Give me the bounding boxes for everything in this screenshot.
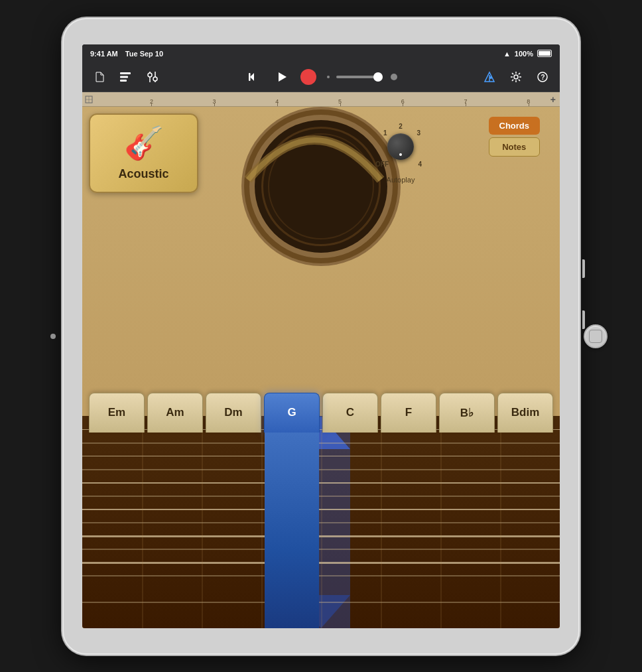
ruler-mark-3: 4 [245, 98, 308, 105]
volume-slider[interactable] [336, 76, 383, 78]
chords-button[interactable]: Chords [489, 117, 541, 135]
svg-point-15 [489, 76, 492, 79]
main-content: 🎸 Acoustic OFF [82, 107, 560, 628]
fret-divider-5 [381, 416, 382, 628]
chords-notes-toggle: Chords Notes [489, 117, 541, 157]
rewind-button[interactable] [243, 66, 265, 88]
record-button[interactable] [299, 68, 318, 86]
home-button-inner [589, 330, 602, 343]
fret-divider-3 [261, 416, 263, 628]
volume-min-icon [327, 76, 330, 78]
volume-up-button[interactable] [582, 259, 585, 278]
ruler-marks: 2 3 4 5 6 7 8 [100, 98, 560, 105]
chord-keys-row: Em Am Dm G C F B♭ Bdim [82, 393, 560, 433]
fret-divider-7 [500, 416, 501, 628]
ruler-mark-4: 5 [308, 98, 371, 105]
svg-rect-0 [120, 72, 131, 74]
soundhole-container [248, 120, 394, 253]
settings-button[interactable] [505, 66, 527, 88]
chord-key-dm[interactable]: Dm [206, 393, 261, 433]
autoplay-knob[interactable] [387, 133, 414, 160]
chord-key-am[interactable]: Am [147, 393, 203, 433]
pos-2-label: 2 [399, 123, 403, 130]
time-display: 9:41 AM [90, 50, 118, 58]
svg-rect-1 [120, 76, 128, 78]
pos-1-label: 1 [383, 129, 387, 137]
svg-marker-9 [250, 73, 254, 81]
volume-max-icon [389, 72, 399, 82]
chord-key-bb[interactable]: B♭ [439, 393, 495, 433]
svg-rect-2 [120, 80, 127, 82]
battery-percent: 100% [515, 50, 533, 58]
chord-key-em[interactable]: Em [89, 393, 145, 433]
svg-point-4 [153, 77, 157, 81]
metronome-button[interactable] [479, 66, 500, 88]
fret-divider-4 [321, 416, 322, 628]
ipad-screen: 9:41 AM Tue Sep 10 ▲ 100% [82, 44, 560, 628]
fret-divider-6 [440, 416, 442, 628]
ruler-mark-5: 6 [371, 98, 434, 105]
toolbar: ? [82, 63, 560, 92]
ruler-icon [85, 96, 93, 103]
chord-key-g[interactable]: G [264, 393, 320, 433]
svg-marker-11 [279, 72, 287, 82]
svg-point-16 [514, 75, 518, 79]
mixer-button[interactable] [142, 66, 163, 88]
svg-rect-10 [249, 73, 251, 81]
ipad-frame: 9:41 AM Tue Sep 10 ▲ 100% [62, 18, 580, 655]
status-bar: 9:41 AM Tue Sep 10 ▲ 100% [82, 44, 560, 63]
tracks-button[interactable] [115, 66, 137, 88]
knob-indicator [399, 153, 402, 156]
chord-key-f[interactable]: F [381, 393, 436, 433]
volume-down-button[interactable] [582, 310, 585, 329]
add-track-button[interactable]: + [550, 94, 556, 105]
status-left: 9:41 AM Tue Sep 10 [90, 50, 163, 58]
date-display: Tue Sep 10 [125, 50, 163, 58]
volume-thumb [373, 72, 383, 82]
battery-fill [539, 51, 550, 56]
help-button[interactable]: ? [532, 66, 553, 88]
home-button[interactable] [584, 324, 608, 348]
instrument-panel[interactable]: 🎸 Acoustic [89, 113, 198, 193]
svg-point-3 [148, 73, 152, 77]
chord-key-bdim[interactable]: Bdim [497, 393, 553, 433]
ruler-mark-6: 7 [434, 98, 497, 105]
instrument-name: Acoustic [118, 167, 168, 181]
notes-button[interactable]: Notes [489, 137, 541, 157]
fret-divider-1 [142, 416, 143, 628]
ruler-mark-2: 3 [183, 98, 246, 105]
autoplay-knob-container[interactable]: OFF 1 2 3 4 [374, 120, 427, 173]
battery-indicator [537, 50, 552, 57]
guitar-icon: 🎸 [124, 125, 164, 162]
guitar-arch [235, 107, 394, 186]
file-button[interactable] [89, 66, 110, 88]
front-camera [50, 334, 56, 339]
autoplay-control: OFF 1 2 3 4 Autoplay [374, 120, 427, 184]
play-button[interactable] [271, 66, 292, 88]
svg-point-12 [391, 74, 397, 80]
pos-4-label: 4 [418, 161, 422, 168]
pos-off-label: OFF [375, 161, 389, 168]
timeline-ruler: 2 3 4 5 6 7 8 + [82, 92, 560, 107]
chord-key-c[interactable]: C [322, 393, 378, 433]
wifi-icon: ▲ [503, 50, 511, 58]
fretboard [82, 416, 560, 628]
svg-text:?: ? [541, 74, 545, 81]
fret-divider-2 [202, 416, 203, 628]
pos-3-label: 3 [417, 129, 420, 137]
ruler-mark-1: 2 [120, 98, 183, 105]
status-right: ▲ 100% [503, 50, 552, 58]
record-indicator [300, 69, 316, 85]
autoplay-label: Autoplay [387, 176, 415, 184]
